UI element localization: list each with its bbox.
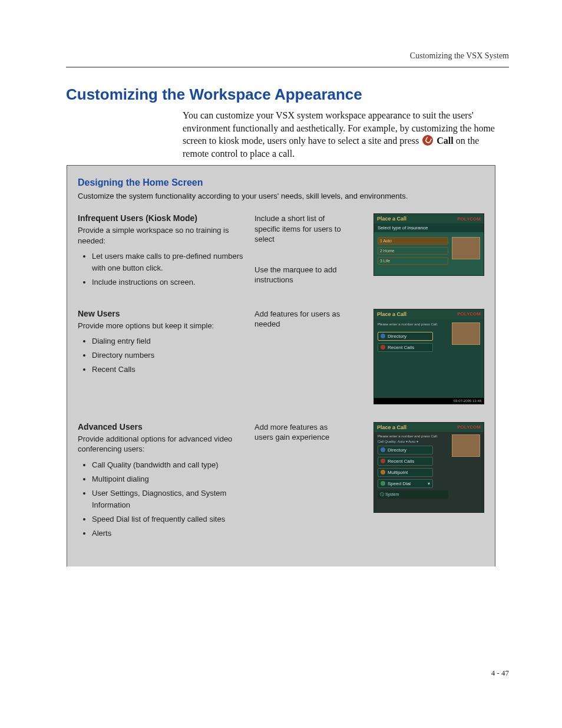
col-right-2: Place a Call POLYCOM Please enter a numb…: [349, 309, 484, 404]
shot-pill: Directory: [378, 446, 433, 454]
list-item: Alerts: [92, 528, 246, 539]
shot-title: Place a Call: [377, 424, 406, 430]
shot-pill: Recent Calls: [378, 457, 433, 466]
mid-text: Use the marquee to add instructions: [254, 265, 343, 285]
bullets-2: Dialing entry field Directory numbers Re…: [78, 335, 246, 375]
shot-brand: POLYCOM: [457, 424, 481, 430]
lead-3: Provide additional options for advanced …: [78, 434, 246, 454]
row-advanced-users: Advanced Users Provide additional option…: [78, 422, 484, 542]
screenshot-advanced: Place a Call POLYCOM Please enter a numb…: [373, 422, 484, 513]
shot-option: 3 Life: [378, 257, 448, 265]
pill-label: Speed Dial: [388, 481, 411, 486]
pill-label: Directory: [388, 447, 406, 453]
shot-pill: Directory: [378, 332, 433, 341]
shot-pill: Speed Dial▾: [378, 479, 433, 488]
shot-hint: Please enter a number and press Call.: [378, 322, 448, 326]
shot-banner: Select type of insurance: [374, 223, 484, 232]
shot-pill: Recent Calls: [378, 343, 433, 352]
shot-brand: POLYCOM: [457, 216, 481, 222]
subhead-2: New Users: [78, 309, 246, 318]
design-box: Designing the Home Screen Customize the …: [67, 165, 495, 566]
list-item: Speed Dial list of frequently called sit…: [92, 513, 246, 525]
bullets-3: Call Quality (bandwidth and call type) M…: [78, 459, 246, 540]
dot-icon: [381, 481, 385, 486]
document-page: Customizing the VSX System Customizing t…: [0, 0, 562, 728]
pill-label: Recent Calls: [388, 345, 414, 350]
shot-system: ⓘ System: [378, 490, 448, 499]
intro-paragraph: You can customize your VSX system worksp…: [183, 109, 503, 160]
shot-pill: Multipoint: [378, 468, 433, 477]
dot-icon: [381, 470, 385, 475]
chevron-down-icon: ▾: [428, 481, 430, 486]
col-mid-2: Add features for users as needed: [254, 309, 349, 330]
dot-icon: [381, 334, 385, 338]
list-item: Let users make calls to pre-defined numb…: [92, 251, 246, 274]
shot-option: 1 Auto: [378, 237, 448, 245]
bullets-1: Let users make calls to pre-defined numb…: [78, 251, 246, 288]
lead-2: Provide more options but keep it simple:: [78, 321, 246, 331]
shot-option: 2 Home: [378, 247, 448, 255]
call-label: Call: [437, 136, 453, 146]
subhead-3: Advanced Users: [78, 422, 246, 431]
list-item: Dialing entry field: [92, 335, 246, 347]
shot-timestamp: 03-07-2005 13:48: [374, 398, 484, 404]
screenshot-kiosk: Place a Call POLYCOM Select type of insu…: [373, 213, 484, 276]
call-icon: [422, 135, 433, 146]
dot-icon: [381, 459, 385, 463]
header-rule: [66, 67, 509, 68]
subhead-1: Infrequent Users (Kiosk Mode): [78, 213, 246, 223]
lead-1: Provide a simple workspace so no trainin…: [78, 225, 246, 246]
pill-label: Directory: [388, 334, 406, 339]
box-title: Designing the Home Screen: [78, 177, 484, 188]
list-item: Include instructions on screen.: [92, 276, 246, 288]
section-heading: Customizing the Workspace Appearance: [66, 85, 362, 104]
box-subtitle: Customize the system functionality accor…: [78, 192, 484, 200]
row-infrequent: Infrequent Users (Kiosk Mode) Provide a …: [78, 213, 484, 291]
page-number: 4 - 47: [491, 668, 509, 678]
running-header: Customizing the VSX System: [410, 51, 509, 61]
shot-thumbnail: [452, 237, 480, 259]
col-mid-3: Add more features as users gain experien…: [254, 422, 349, 443]
dot-icon: [381, 345, 385, 350]
shot-brand: POLYCOM: [457, 311, 481, 317]
col-mid-1: Include a short list of specific items f…: [254, 213, 349, 285]
col-left-1: Infrequent Users (Kiosk Mode) Provide a …: [78, 213, 254, 291]
col-left-3: Advanced Users Provide additional option…: [78, 422, 254, 542]
list-item: Directory numbers: [92, 350, 246, 361]
shot-thumbnail: [452, 434, 480, 457]
shot-title: Place a Call: [377, 216, 406, 222]
shot-thumbnail: [452, 322, 480, 345]
mid-text: Include a short list of specific items f…: [254, 213, 343, 245]
list-item: Multipoint dialing: [92, 473, 246, 485]
pill-label: Multipoint: [388, 470, 408, 475]
screenshot-new-users: Place a Call POLYCOM Please enter a numb…: [373, 309, 484, 404]
mid-text: Add features for users as needed: [254, 309, 343, 330]
list-item: User Settings, Diagnostics, and System I…: [92, 487, 246, 511]
col-right-3: Place a Call POLYCOM Please enter a numb…: [349, 422, 484, 513]
shot-hint: Please enter a number and press Call.: [378, 434, 448, 438]
dot-icon: [381, 447, 385, 452]
col-left-2: New Users Provide more options but keep …: [78, 309, 254, 378]
shot-title: Place a Call: [377, 311, 406, 317]
mid-text: Add more features as users gain experien…: [254, 422, 343, 443]
shot-quality: Call Quality: Auto ▾ Auto ▾: [378, 439, 448, 443]
col-right-1: Place a Call POLYCOM Select type of insu…: [349, 213, 484, 276]
pill-label: Recent Calls: [388, 459, 414, 464]
row-new-users: New Users Provide more options but keep …: [78, 309, 484, 404]
list-item: Call Quality (bandwidth and call type): [92, 459, 246, 471]
list-item: Recent Calls: [92, 364, 246, 375]
